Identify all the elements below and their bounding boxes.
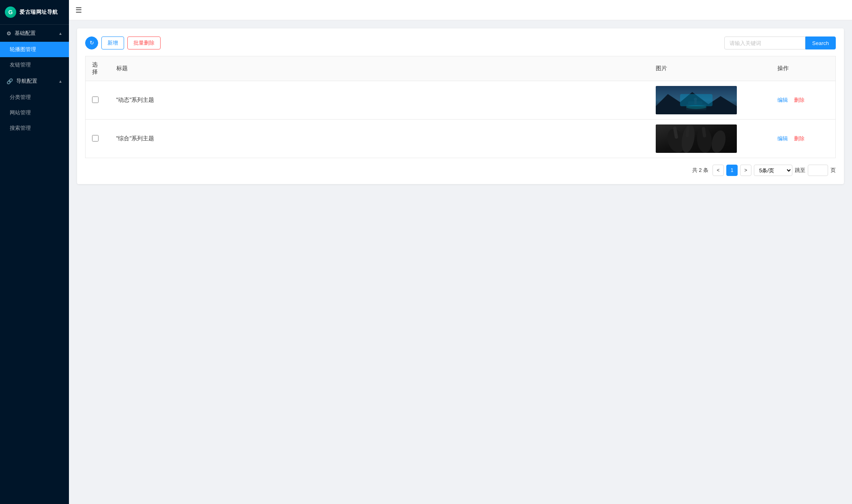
row2-image-svg [656,124,737,153]
toolbar: ↻ 新增 批量删除 Search [85,36,836,49]
sidebar: G 爱古瑞网址导航 ⚙ 基础配置 ▲ 轮播图管理 友链管理 🔗 导航配置 ▲ 分 [0,0,69,504]
settings-icon: ⚙ [6,30,11,36]
sidebar-item-website-label: 网站管理 [10,109,31,116]
row1-edit-button[interactable]: 编辑 [777,97,788,103]
sidebar-item-carousel-label: 轮播图管理 [10,46,36,53]
row1-image-cell [649,81,771,120]
row2-checkbox[interactable] [92,135,99,142]
sidebar-item-search[interactable]: 搜索管理 [0,120,69,136]
svg-point-4 [686,105,706,109]
chevron-up-icon-nav: ▲ [58,79,62,84]
svg-rect-3 [688,101,702,106]
row2-delete-button[interactable]: 删除 [794,135,805,142]
content-area: ↻ 新增 批量删除 Search 选择 标题 图片 操作 [69,20,852,504]
sidebar-section-basic: ⚙ 基础配置 ▲ 轮播图管理 友链管理 [0,25,69,73]
table-header-row: 选择 标题 图片 操作 [86,56,836,81]
main-content: ☰ ↻ 新增 批量删除 Search 选择 标题 图片 [69,0,852,504]
svg-rect-6 [694,101,697,104]
sidebar-section-basic-header[interactable]: ⚙ 基础配置 ▲ [0,25,69,42]
row2-title: "综合"系列主题 [116,135,155,142]
row2-thumbnail [656,124,737,153]
pagination-prev-button[interactable]: < [713,165,724,176]
sidebar-item-search-label: 搜索管理 [10,124,31,132]
row2-select-cell [86,120,110,158]
search-input[interactable] [724,36,805,49]
sidebar-logo: G 爱古瑞网址导航 [0,0,69,25]
search-area: Search [724,36,836,49]
content-card: ↻ 新增 批量删除 Search 选择 标题 图片 操作 [77,28,844,184]
top-header: ☰ [69,0,852,20]
row1-select-cell [86,81,110,120]
pagination-jump-label: 跳至 [795,167,805,174]
sidebar-section-nav-label: 导航配置 [16,77,37,85]
pagination-page-1-button[interactable]: 1 [726,165,738,176]
pagination-total: 共 2 条 [692,167,708,174]
menu-toggle-icon[interactable]: ☰ [75,6,82,15]
sidebar-logo-text: 爱古瑞网址导航 [19,9,58,16]
batch-delete-button[interactable]: 批量删除 [127,36,161,49]
row1-title: "动态"系列主题 [116,97,155,103]
search-button[interactable]: Search [805,36,836,49]
row1-action-cell: 编辑 删除 [771,81,836,120]
page-jump-input[interactable] [808,165,828,176]
data-table: 选择 标题 图片 操作 "动态"系列主题 [85,56,836,158]
sidebar-item-category-label: 分类管理 [10,94,31,101]
sidebar-section-nav: 🔗 导航配置 ▲ 分类管理 网站管理 搜索管理 [0,73,69,136]
col-title-header: 标题 [110,56,649,81]
refresh-button[interactable]: ↻ [85,36,98,49]
chevron-up-icon: ▲ [58,31,62,36]
sidebar-item-links[interactable]: 友链管理 [0,57,69,73]
pagination: 共 2 条 < 1 > 5条/页 10条/页 20条/页 跳至 页 [85,165,836,176]
table-row: "综合"系列主题 [86,120,836,158]
sidebar-item-links-label: 友链管理 [10,61,31,69]
row1-thumbnail [656,86,737,114]
row1-image-svg [656,86,737,114]
row2-title-cell: "综合"系列主题 [110,120,649,158]
logo-icon: G [5,6,16,18]
col-select-header: 选择 [86,56,110,81]
page-size-select[interactable]: 5条/页 10条/页 20条/页 [754,165,792,176]
svg-point-5 [694,98,697,101]
add-button[interactable]: 新增 [101,36,124,49]
row1-checkbox[interactable] [92,97,99,103]
sidebar-item-carousel[interactable]: 轮播图管理 [0,42,69,57]
row2-image-cell [649,120,771,158]
sidebar-section-nav-header[interactable]: 🔗 导航配置 ▲ [0,73,69,90]
sidebar-section-basic-label: 基础配置 [15,30,36,37]
sidebar-item-website[interactable]: 网站管理 [0,105,69,120]
pagination-next-button[interactable]: > [740,165,751,176]
col-image-header: 图片 [649,56,771,81]
row2-action-cell: 编辑 删除 [771,120,836,158]
row1-title-cell: "动态"系列主题 [110,81,649,120]
table-row: "动态"系列主题 [86,81,836,120]
pagination-page-label: 页 [831,167,836,174]
col-action-header: 操作 [771,56,836,81]
row1-delete-button[interactable]: 删除 [794,97,805,103]
row2-edit-button[interactable]: 编辑 [777,135,788,142]
sidebar-item-category[interactable]: 分类管理 [0,90,69,105]
link-icon: 🔗 [6,78,13,84]
